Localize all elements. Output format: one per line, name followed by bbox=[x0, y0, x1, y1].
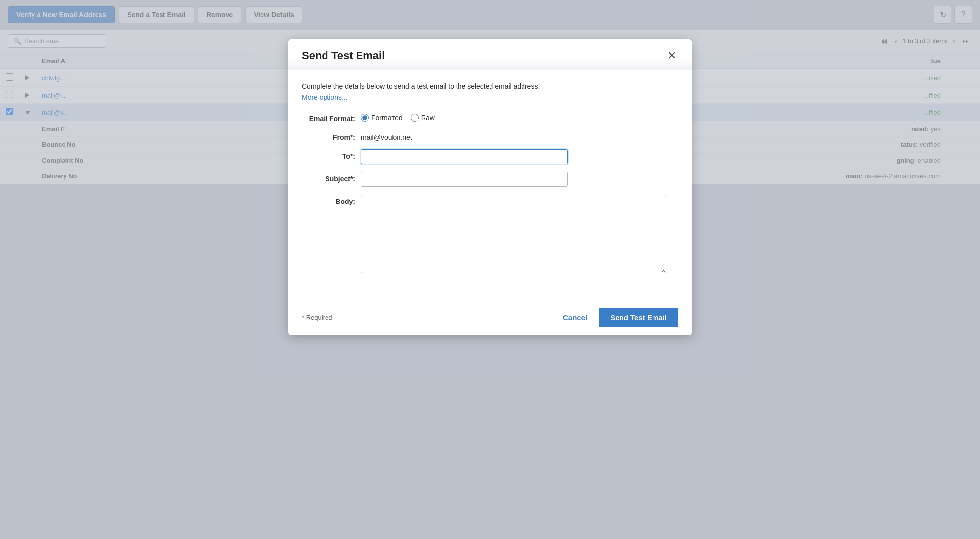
modal-description: Complete the details below to send a tes… bbox=[302, 82, 678, 90]
cancel-button[interactable]: Cancel bbox=[557, 309, 593, 326]
body-label: Body: bbox=[302, 195, 361, 205]
from-row: From*: mail@vouloir.net bbox=[302, 131, 678, 141]
modal-title: Send Test Email bbox=[302, 49, 385, 62]
modal-close-button[interactable]: ✕ bbox=[665, 50, 678, 61]
subject-row: Subject*: bbox=[302, 172, 678, 187]
send-test-email-submit-button[interactable]: Send Test Email bbox=[599, 308, 678, 327]
modal-footer: * Required Cancel Send Test Email bbox=[288, 300, 692, 335]
subject-input[interactable] bbox=[361, 172, 568, 187]
to-input[interactable] bbox=[361, 149, 568, 164]
raw-label-text: Raw bbox=[421, 114, 435, 122]
body-textarea[interactable] bbox=[361, 195, 666, 273]
body-row: Body: bbox=[302, 195, 678, 273]
modal-header: Send Test Email ✕ bbox=[288, 39, 692, 70]
required-note: * Required bbox=[302, 314, 332, 321]
email-format-label: Email Format: bbox=[302, 112, 361, 123]
formatted-label-text: Formatted bbox=[371, 114, 403, 122]
email-format-row: Email Format: Formatted Raw bbox=[302, 112, 678, 123]
formatted-radio-label[interactable]: Formatted bbox=[361, 114, 403, 122]
modal-body: Complete the details below to send a tes… bbox=[288, 70, 692, 300]
modal-dialog: Send Test Email ✕ Complete the details b… bbox=[288, 39, 692, 335]
from-label: From*: bbox=[302, 131, 361, 141]
email-format-radios: Formatted Raw bbox=[361, 112, 435, 122]
raw-radio[interactable] bbox=[411, 114, 419, 122]
modal-overlay: Send Test Email ✕ Complete the details b… bbox=[0, 0, 980, 539]
footer-actions: Cancel Send Test Email bbox=[557, 308, 678, 327]
more-options-link[interactable]: More options... bbox=[302, 93, 348, 101]
to-row: To*: bbox=[302, 149, 678, 164]
formatted-radio[interactable] bbox=[361, 114, 369, 122]
from-value: mail@vouloir.net bbox=[361, 131, 412, 141]
to-label: To*: bbox=[302, 149, 361, 160]
subject-label: Subject*: bbox=[302, 172, 361, 183]
raw-radio-label[interactable]: Raw bbox=[411, 114, 435, 122]
